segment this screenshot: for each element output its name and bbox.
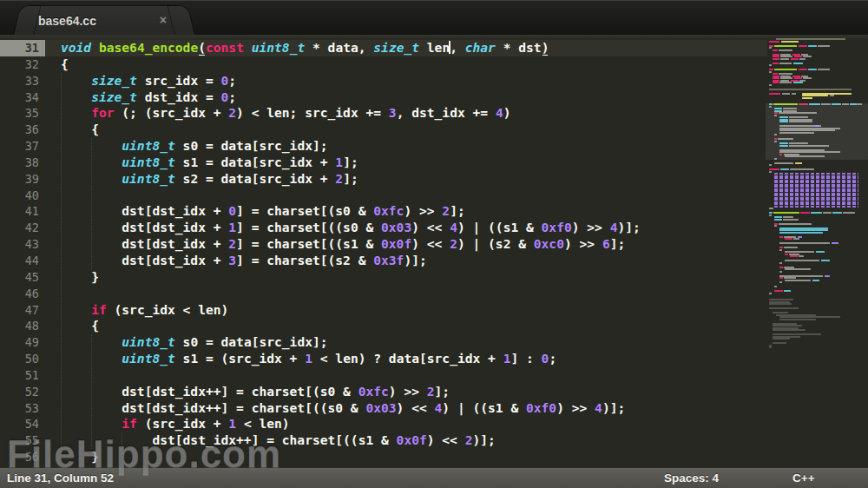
code-text: uint8_t s0 = data[src_idx];	[45, 334, 767, 351]
editor[interactable]: 31void base64_encode(const uint8_t * dat…	[0, 35, 868, 467]
code-text: uint8_t s2 = data[src_idx + 2];	[45, 171, 767, 188]
code-line[interactable]: 40	[0, 188, 767, 204]
code-text: dst[dst_idx + 2] = charset[((s1 & 0x0f) …	[45, 236, 767, 253]
code-line[interactable]: 46	[0, 286, 767, 302]
line-number: 50	[0, 351, 45, 367]
line-number: 54	[0, 416, 45, 432]
cursor-position: Line 31, Column 52	[7, 472, 114, 485]
tab-close-icon[interactable]: ×	[160, 13, 167, 27]
indent-guide	[61, 73, 62, 449]
code-text: uint8_t s0 = data[src_idx];	[45, 138, 767, 155]
code-line[interactable]: 52 dst[dst_idx++] = charset[(s0 & 0xfc) …	[0, 384, 767, 400]
code-text: }	[45, 449, 767, 465]
code-text: dst[dst_idx++] = charset[((s1 & 0x0f) <<…	[45, 432, 767, 449]
line-number: 31	[0, 40, 45, 56]
tab-base64cc[interactable]: base64.cc ×	[26, 6, 182, 36]
code-text: uint8_t s1 = data[src_idx + 1];	[45, 155, 767, 171]
code-line[interactable]: 43 dst[dst_idx + 2] = charset[((s1 & 0x0…	[0, 236, 767, 253]
line-number: 39	[0, 171, 45, 188]
minimap-row	[769, 38, 866, 41]
code-line[interactable]: 54 if (src_idx + 1 < len)	[0, 416, 767, 432]
line-number: 47	[0, 302, 45, 319]
code-line[interactable]: 50 uint8_t s1 = (src_idx + 1 < len) ? da…	[0, 351, 767, 367]
line-number: 38	[0, 155, 45, 171]
line-number: 32	[0, 56, 45, 73]
code-text: dst[dst_idx++] = charset[(s0 & 0xfc) >> …	[45, 384, 767, 400]
code-text: }	[45, 269, 767, 286]
indent-guide	[91, 138, 92, 269]
line-number: 40	[0, 188, 45, 204]
code-line[interactable]: 49 uint8_t s0 = data[src_idx];	[0, 334, 767, 351]
code-line[interactable]: 35 for (; (src_idx + 2) < len; src_idx +…	[0, 105, 767, 122]
code-line[interactable]: 38 uint8_t s1 = data[src_idx + 1];	[0, 155, 767, 171]
line-number: 45	[0, 269, 45, 286]
code-line[interactable]: 48 {	[0, 318, 767, 334]
code-line[interactable]: 39 uint8_t s2 = data[src_idx + 2];	[0, 171, 767, 188]
code-line[interactable]: 36 {	[0, 122, 767, 138]
code-text: size_t src_idx = 0;	[45, 73, 767, 89]
code-text: if (src_idx < len)	[45, 302, 767, 319]
indent-guide	[91, 334, 92, 449]
code-line[interactable]: 55 dst[dst_idx++] = charset[((s1 & 0x0f)…	[0, 432, 767, 449]
code-text	[45, 188, 767, 204]
line-number: 37	[0, 138, 45, 155]
minimap-viewport[interactable]	[766, 103, 868, 160]
code-line[interactable]: 56 }	[0, 449, 767, 465]
minimap-row	[769, 346, 866, 349]
code-line[interactable]: 34 size_t dst_idx = 0;	[0, 89, 767, 106]
code-text: {	[45, 56, 767, 73]
indent-setting[interactable]: Spaces: 4	[664, 472, 719, 485]
line-number: 34	[0, 89, 45, 106]
code-text: dst[dst_idx + 3] = charset[(s2 & 0x3f)];	[45, 253, 767, 269]
code-line[interactable]: 41 dst[dst_idx + 0] = charset[(s0 & 0xfc…	[0, 203, 767, 220]
code-text: {	[45, 122, 767, 138]
code-line[interactable]: 51	[0, 367, 767, 384]
code-line[interactable]: 45 }	[0, 269, 767, 286]
code-text: dst[dst_idx + 0] = charset[(s0 & 0xfc) >…	[45, 203, 767, 220]
tab-title: base64.cc	[38, 14, 96, 28]
code-line[interactable]: 53 dst[dst_idx++] = charset[((s0 & 0x03)…	[0, 400, 767, 417]
code-text	[45, 367, 767, 384]
code-text: for (; (src_idx + 2) < len; src_idx += 3…	[45, 105, 767, 122]
line-number: 46	[0, 286, 45, 302]
code-line[interactable]: 33 size_t src_idx = 0;	[0, 73, 767, 89]
code-text: dst[dst_idx + 1] = charset[((s0 & 0x03) …	[45, 220, 767, 236]
line-number: 41	[0, 203, 45, 220]
sublime-text-window: base64.cc × 31void base64_encode(const u…	[0, 0, 868, 488]
line-number: 52	[0, 384, 45, 400]
line-number: 51	[0, 367, 45, 384]
line-number: 55	[0, 432, 45, 449]
code-line[interactable]: 42 dst[dst_idx + 1] = charset[((s0 & 0x0…	[0, 220, 767, 236]
tab-bar: base64.cc ×	[0, 0, 868, 36]
code-line[interactable]: 32{	[0, 56, 767, 73]
line-number: 44	[0, 253, 45, 269]
line-number: 43	[0, 236, 45, 253]
code-text: size_t dst_idx = 0;	[45, 89, 767, 106]
syntax-selector[interactable]: C++	[792, 472, 815, 485]
line-number: 48	[0, 318, 45, 334]
code-area[interactable]: 31void base64_encode(const uint8_t * dat…	[0, 35, 767, 467]
code-line[interactable]: 44 dst[dst_idx + 3] = charset[(s2 & 0x3f…	[0, 253, 767, 269]
code-text: void base64_encode(const uint8_t * data,…	[45, 40, 767, 56]
line-number: 33	[0, 73, 45, 89]
minimap[interactable]	[769, 38, 866, 455]
indent-guide	[122, 432, 122, 449]
code-text: dst[dst_idx++] = charset[((s0 & 0x03) <<…	[45, 400, 767, 417]
line-number: 56	[0, 449, 45, 465]
status-bar: Line 31, Column 52 Spaces: 4 C++	[0, 467, 868, 488]
code-text: if (src_idx + 1 < len)	[45, 416, 767, 432]
code-text: {	[45, 318, 767, 334]
line-number: 36	[0, 122, 45, 138]
line-number: 42	[0, 220, 45, 236]
line-number: 49	[0, 334, 45, 351]
line-number: 35	[0, 105, 45, 122]
code-text	[45, 286, 767, 302]
code-line[interactable]: 31void base64_encode(const uint8_t * dat…	[0, 40, 767, 56]
code-line[interactable]: 47 if (src_idx < len)	[0, 302, 767, 319]
code-line[interactable]: 37 uint8_t s0 = data[src_idx];	[0, 138, 767, 155]
line-number: 53	[0, 400, 45, 417]
code-text: uint8_t s1 = (src_idx + 1 < len) ? data[…	[45, 351, 767, 367]
